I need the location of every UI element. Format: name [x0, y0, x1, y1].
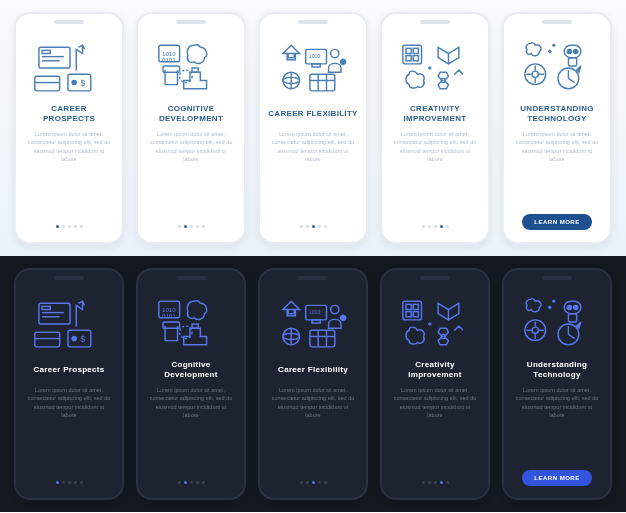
slide-title: Cognitive Development	[146, 360, 236, 380]
onboarding-screen-career-prospects: CAREER PROSPECTSLorem ipsum dolor sit am…	[14, 12, 124, 244]
phone-notch	[420, 276, 450, 280]
phone-notch	[176, 20, 206, 24]
understanding-technology-icon	[512, 292, 602, 354]
phone-notch	[420, 20, 450, 24]
learn-more-button[interactable]: LEARN MORE	[522, 214, 591, 230]
slide-title: Career Prospects	[33, 360, 104, 380]
career-prospects-icon	[24, 36, 114, 98]
onboarding-screen-creativity-improvement: Creativity ImprovementLorem ipsum dolor …	[380, 268, 490, 500]
slide-body-text: Lorem ipsum dolor sit amet, consectetur …	[146, 386, 236, 434]
pagination-dot[interactable]	[440, 225, 443, 228]
pagination-dot[interactable]	[196, 225, 199, 228]
pagination-dot[interactable]	[74, 481, 77, 484]
light-theme-row: CAREER PROSPECTSLorem ipsum dolor sit am…	[0, 0, 626, 256]
pagination-dot[interactable]	[306, 481, 309, 484]
pagination-dot[interactable]	[56, 481, 59, 484]
slide-body-text: Lorem ipsum dolor sit amet, consectetur …	[390, 386, 480, 434]
pagination-dot[interactable]	[68, 225, 71, 228]
cognitive-development-icon	[146, 36, 236, 98]
phone-notch	[54, 20, 84, 24]
pagination-dots[interactable]	[300, 481, 327, 484]
slide-body-text: Lorem ipsum dolor sit amet, consectetur …	[24, 386, 114, 434]
pagination-dot[interactable]	[74, 225, 77, 228]
dark-theme-row: Career ProspectsLorem ipsum dolor sit am…	[0, 256, 626, 512]
onboarding-screen-career-flexibility: Career FlexibilityLorem ipsum dolor sit …	[258, 268, 368, 500]
phone-notch	[298, 276, 328, 280]
pagination-dot[interactable]	[318, 481, 321, 484]
onboarding-screen-career-flexibility: CAREER FLEXIBILITYLorem ipsum dolor sit …	[258, 12, 368, 244]
pagination-dots[interactable]	[422, 481, 449, 484]
slide-title: Career Flexibility	[278, 360, 348, 380]
pagination-dot[interactable]	[306, 225, 309, 228]
phone-notch	[542, 20, 572, 24]
slide-body-text: Lorem ipsum dolor sit amet, consectetur …	[512, 130, 602, 178]
pagination-dot[interactable]	[324, 225, 327, 228]
pagination-dot[interactable]	[184, 225, 187, 228]
pagination-dot[interactable]	[422, 225, 425, 228]
onboarding-screen-cognitive-development: COGNITIVE DEVELOPMENTLorem ipsum dolor s…	[136, 12, 246, 244]
pagination-dot[interactable]	[178, 481, 181, 484]
phone-notch	[542, 276, 572, 280]
career-flexibility-icon	[268, 36, 358, 98]
pagination-dot[interactable]	[80, 225, 83, 228]
slide-body-text: Lorem ipsum dolor sit amet, consectetur …	[390, 130, 480, 178]
learn-more-button[interactable]: LEARN MORE	[522, 470, 591, 486]
pagination-dot[interactable]	[324, 481, 327, 484]
creativity-improvement-icon	[390, 292, 480, 354]
phone-notch	[54, 276, 84, 280]
slide-title: COGNITIVE DEVELOPMENT	[146, 104, 236, 124]
pagination-dot[interactable]	[190, 481, 193, 484]
slide-title: Understanding Technology	[512, 360, 602, 380]
onboarding-screen-career-prospects: Career ProspectsLorem ipsum dolor sit am…	[14, 268, 124, 500]
pagination-dots[interactable]	[178, 225, 205, 228]
pagination-dot[interactable]	[80, 481, 83, 484]
pagination-dot[interactable]	[196, 481, 199, 484]
pagination-dot[interactable]	[318, 225, 321, 228]
onboarding-screen-understanding-technology: UNDERSTANDING TECHNOLOGYLorem ipsum dolo…	[502, 12, 612, 244]
phone-notch	[176, 276, 206, 280]
pagination-dot[interactable]	[422, 481, 425, 484]
cognitive-development-icon	[146, 292, 236, 354]
pagination-dot[interactable]	[312, 225, 315, 228]
slide-body-text: Lorem ipsum dolor sit amet, consectetur …	[268, 386, 358, 434]
pagination-dots[interactable]	[422, 225, 449, 228]
pagination-dot[interactable]	[440, 481, 443, 484]
onboarding-screen-understanding-technology: Understanding TechnologyLorem ipsum dolo…	[502, 268, 612, 500]
slide-title: CREATIVITY IMPROVEMENT	[390, 104, 480, 124]
understanding-technology-icon	[512, 36, 602, 98]
pagination-dot[interactable]	[202, 481, 205, 484]
pagination-dot[interactable]	[434, 481, 437, 484]
pagination-dots[interactable]	[56, 481, 83, 484]
pagination-dot[interactable]	[62, 225, 65, 228]
career-flexibility-icon	[268, 292, 358, 354]
pagination-dot[interactable]	[190, 225, 193, 228]
pagination-dot[interactable]	[68, 481, 71, 484]
pagination-dot[interactable]	[178, 225, 181, 228]
pagination-dot[interactable]	[428, 481, 431, 484]
pagination-dot[interactable]	[300, 481, 303, 484]
onboarding-screen-creativity-improvement: CREATIVITY IMPROVEMENTLorem ipsum dolor …	[380, 12, 490, 244]
pagination-dot[interactable]	[446, 481, 449, 484]
slide-title: UNDERSTANDING TECHNOLOGY	[512, 104, 602, 124]
pagination-dot[interactable]	[434, 225, 437, 228]
slide-body-text: Lorem ipsum dolor sit amet, consectetur …	[146, 130, 236, 178]
pagination-dots[interactable]	[300, 225, 327, 228]
pagination-dot[interactable]	[446, 225, 449, 228]
pagination-dot[interactable]	[184, 481, 187, 484]
career-prospects-icon	[24, 292, 114, 354]
slide-title: CAREER FLEXIBILITY	[268, 104, 357, 124]
onboarding-screen-cognitive-development: Cognitive DevelopmentLorem ipsum dolor s…	[136, 268, 246, 500]
pagination-dot[interactable]	[202, 225, 205, 228]
pagination-dot[interactable]	[312, 481, 315, 484]
pagination-dot[interactable]	[56, 225, 59, 228]
creativity-improvement-icon	[390, 36, 480, 98]
phone-notch	[298, 20, 328, 24]
slide-body-text: Lorem ipsum dolor sit amet, consectetur …	[512, 386, 602, 434]
pagination-dot[interactable]	[300, 225, 303, 228]
slide-title: Creativity Improvement	[390, 360, 480, 380]
pagination-dots[interactable]	[178, 481, 205, 484]
slide-body-text: Lorem ipsum dolor sit amet, consectetur …	[24, 130, 114, 178]
pagination-dots[interactable]	[56, 225, 83, 228]
pagination-dot[interactable]	[428, 225, 431, 228]
pagination-dot[interactable]	[62, 481, 65, 484]
